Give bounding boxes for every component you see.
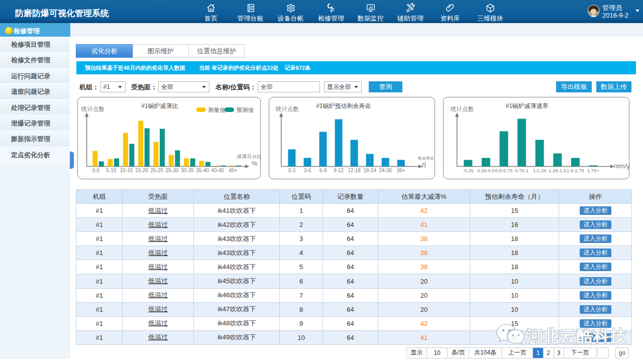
svg-text:3-6: 3-6	[304, 167, 311, 173]
svg-text:统计点数: 统计点数	[81, 106, 105, 112]
svg-text:0-5: 0-5	[92, 167, 99, 173]
svg-text:剩余寿命: 剩余寿命	[418, 156, 434, 161]
svg-text:12-18: 12-18	[348, 167, 361, 173]
svg-text:0.5-0.75: 0.5-0.75	[495, 167, 512, 173]
svg-text:测量值: 测量值	[207, 106, 226, 112]
svg-text:0-3: 0-3	[288, 167, 295, 173]
svg-text:1.25-1.5: 1.25-1.5	[549, 167, 566, 173]
svg-text:36+: 36+	[397, 167, 405, 173]
svg-text:0.75-1: 0.75-1	[515, 167, 528, 173]
svg-text:35-40: 35-40	[196, 167, 209, 173]
svg-text:1.5-1.75: 1.5-1.75	[567, 167, 584, 173]
svg-text:20-25: 20-25	[150, 167, 163, 173]
svg-text:%: %	[252, 160, 258, 167]
svg-text:减薄百分比: 减薄百分比	[237, 154, 261, 159]
svg-text:mm/y: mm/y	[614, 162, 630, 170]
svg-text:1.75+: 1.75+	[587, 167, 599, 173]
svg-text:45+: 45+	[229, 167, 237, 173]
svg-text:15-20: 15-20	[135, 167, 148, 173]
svg-text:5-10: 5-10	[106, 167, 116, 173]
svg-text:统计点数: 统计点数	[450, 106, 474, 112]
svg-text:25-30: 25-30	[165, 167, 178, 173]
svg-text:9-12: 9-12	[334, 167, 344, 173]
svg-text:预测值: 预测值	[236, 106, 254, 112]
svg-text:1-1.25: 1-1.25	[533, 167, 547, 173]
svg-text:6-9: 6-9	[319, 167, 327, 173]
svg-text:月: 月	[421, 162, 427, 169]
svg-text:18-24: 18-24	[363, 167, 376, 173]
svg-text:10-15: 10-15	[120, 167, 133, 173]
svg-text:河北云酷科技: 河北云酷科技	[525, 327, 627, 345]
svg-text:40-45: 40-45	[211, 167, 224, 173]
svg-text:0.25-0.5: 0.25-0.5	[477, 167, 495, 173]
svg-text:-0.25: -0.25	[463, 167, 474, 173]
svg-text:24-36: 24-36	[379, 167, 392, 173]
svg-text:统计点数: 统计点数	[275, 106, 299, 112]
svg-text:30-35: 30-35	[181, 167, 194, 173]
